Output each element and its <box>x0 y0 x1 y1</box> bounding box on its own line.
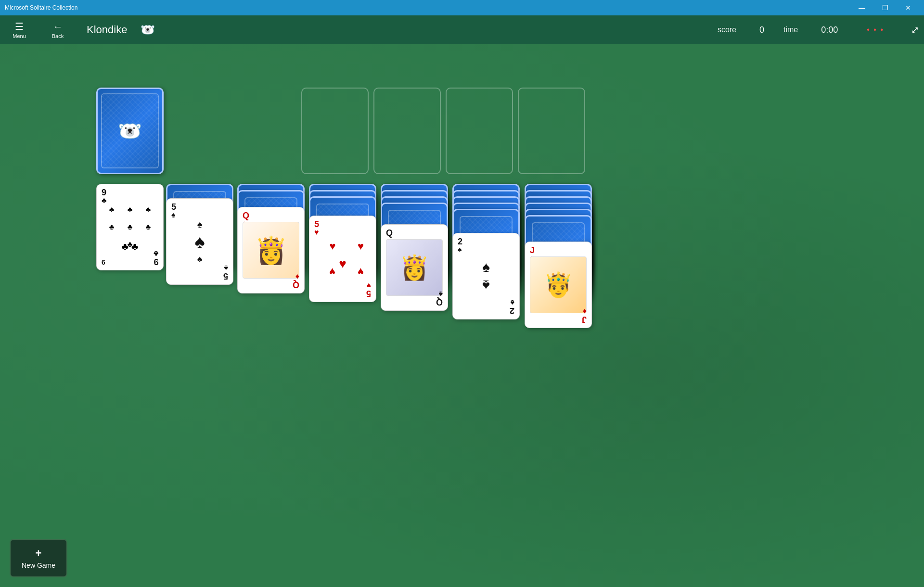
tableau-col-5-card-top[interactable]: Q ♠ 👸 Q ♠ <box>381 224 448 311</box>
score-area: score 0 time 0:00 • • • ⤢ <box>718 24 919 36</box>
foundation-1[interactable] <box>301 88 369 174</box>
score-label: score <box>718 26 736 34</box>
game-area: 🐻‍❄️ 9 ♣ ♣♣♣ ♣♣♣ ♣ ♣ ♣ 9 ♣ 6 🐻‍❄️ 5 ♠ <box>0 44 924 587</box>
new-game-plus-icon: + <box>36 547 42 560</box>
back-arrow-icon: ← <box>53 21 63 32</box>
back-button[interactable]: ← Back <box>43 17 72 43</box>
close-button[interactable]: ✕ <box>897 0 919 15</box>
polar-bear-icon: 🐻‍❄️ <box>141 23 155 37</box>
time-value: 0:00 <box>821 25 838 35</box>
time-label: time <box>783 26 798 34</box>
tableau-col-7-card-top[interactable]: J ♦ 🤴 J ♦ <box>525 242 592 328</box>
foundation-2[interactable] <box>373 88 441 174</box>
title-bar: Microsoft Solitaire Collection — ❐ ✕ <box>0 0 924 15</box>
tableau-col-2-card-top[interactable]: 5 ♠ ♠ ♠ ♠ 5 ♠ <box>166 198 233 285</box>
menu-button[interactable]: ☰ Menu <box>5 17 34 43</box>
restore-button[interactable]: ❐ <box>874 0 896 15</box>
score-value: 0 <box>759 25 764 35</box>
hamburger-icon: ☰ <box>15 21 24 32</box>
new-game-button[interactable]: + New Game <box>10 539 67 577</box>
expand-button[interactable]: ⤢ <box>911 24 919 36</box>
new-game-label: New Game <box>22 561 55 569</box>
minimize-button[interactable]: — <box>851 0 873 15</box>
window-controls: — ❐ ✕ <box>851 0 919 15</box>
hint-button[interactable]: • • • <box>867 26 884 34</box>
game-title: Klondike <box>87 24 127 36</box>
card-back-pattern: 🐻‍❄️ <box>101 93 159 168</box>
tableau-col-3-card-top[interactable]: Q ♦ 👸 Q ♦ <box>237 207 305 294</box>
tableau-col-4-card-top[interactable]: 5 ♥ ♥ ♥ ♥ ♥ ♥ 5 ♥ <box>309 216 376 302</box>
stock-pile[interactable]: 🐻‍❄️ <box>96 88 164 174</box>
menu-bar: ☰ Menu ← Back Klondike 🐻‍❄️ score 0 time… <box>0 15 924 44</box>
back-label: Back <box>52 33 64 39</box>
menu-label: Menu <box>13 33 26 39</box>
app-title: Microsoft Solitaire Collection <box>5 4 77 11</box>
tableau-col-1-card-1[interactable]: 9 ♣ ♣♣♣ ♣♣♣ ♣ ♣ ♣ 9 ♣ 6 <box>96 184 164 270</box>
tableau-col-6-card-top[interactable]: 2 ♠ ♠ ♠ 2 ♠ <box>452 233 520 319</box>
foundation-3[interactable] <box>446 88 513 174</box>
foundation-4[interactable] <box>518 88 585 174</box>
